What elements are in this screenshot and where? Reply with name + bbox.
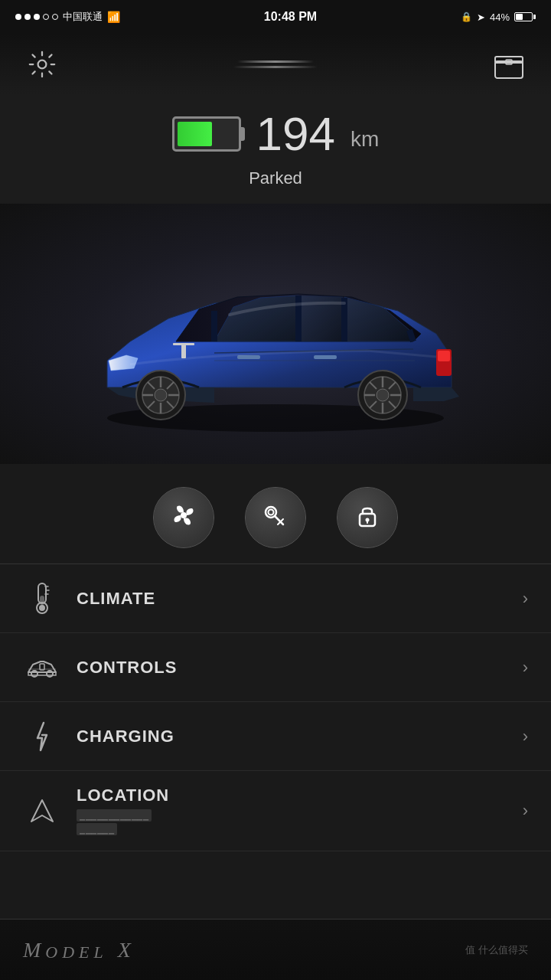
svg-point-31: [377, 389, 389, 401]
model-name: MODEL X: [23, 938, 135, 962]
status-time: 10:48 PM: [264, 10, 317, 24]
lock-button[interactable]: [337, 487, 398, 548]
dot4: [43, 14, 49, 20]
keys-icon: [262, 501, 289, 534]
status-left: 中国联通 📶: [15, 10, 120, 24]
battery-pct-text: 44%: [490, 11, 510, 23]
location-item-content: LOCATION ⎯⎯⎯⎯⎯⎯⎯⎯⎯⎯⎯⎯ ⎯⎯⎯⎯⎯⎯: [77, 786, 515, 836]
dot3: [34, 14, 40, 20]
charging-item-content: CHARGING: [77, 727, 515, 746]
settings-button[interactable]: [23, 45, 61, 83]
controls-item-content: CONTROLS: [77, 658, 515, 678]
svg-point-0: [38, 60, 47, 69]
dot5: [52, 14, 58, 20]
battery-fill-large: [178, 122, 213, 146]
gear-icon: [28, 51, 56, 78]
car-name-line: [237, 60, 314, 63]
climate-item-content: CLIMATE: [77, 589, 515, 609]
battery-bar-large: [172, 116, 241, 152]
svg-point-40: [181, 512, 187, 518]
fan-icon: [170, 501, 197, 534]
chest-svg: [492, 49, 526, 80]
svg-marker-60: [31, 800, 53, 822]
signal-dots: [15, 14, 58, 20]
controls-label: CONTROLS: [77, 658, 515, 678]
climate-menu-item[interactable]: CLIMATE ›: [0, 564, 551, 633]
climate-fan-button[interactable]: [153, 487, 214, 548]
controls-icon: [23, 657, 61, 678]
range-unit: km: [350, 127, 379, 158]
dot2: [24, 14, 31, 20]
chest-icon[interactable]: [490, 45, 528, 83]
status-bar: 中国联通 📶 10:48 PM 🔒 ➤ 44%: [0, 0, 551, 34]
climate-label: CLIMATE: [77, 589, 515, 609]
location-icon: [23, 799, 61, 823]
svg-point-42: [269, 509, 274, 514]
action-buttons: [0, 464, 551, 564]
svg-line-45: [278, 521, 281, 524]
svg-rect-11: [181, 343, 186, 358]
charging-chevron: ›: [523, 727, 528, 746]
lock-icon: [354, 501, 381, 534]
range-value: 194: [256, 110, 335, 158]
svg-point-52: [39, 605, 45, 611]
wifi-icon: 📶: [107, 11, 120, 23]
keys-button[interactable]: [245, 487, 306, 548]
svg-line-9: [409, 330, 413, 341]
location-menu-item[interactable]: LOCATION ⎯⎯⎯⎯⎯⎯⎯⎯⎯⎯⎯⎯ ⎯⎯⎯⎯⎯⎯ ›: [0, 771, 551, 851]
car-silhouette: [233, 66, 318, 68]
charging-menu-item[interactable]: CHARGING ›: [0, 702, 551, 771]
location-chevron: ›: [523, 801, 528, 821]
battery-body: [514, 12, 533, 21]
car-image: [61, 234, 490, 433]
charging-icon: [23, 721, 61, 752]
battery-status-icon: [514, 12, 536, 21]
watermark-text: 值 什么值得买: [465, 943, 528, 957]
climate-icon: [23, 582, 61, 616]
battery-section: 194 km: [0, 95, 551, 165]
carrier-text: 中国联通: [63, 10, 103, 24]
header: [0, 34, 551, 95]
location-sublabel: ⎯⎯⎯⎯⎯⎯⎯⎯⎯⎯⎯⎯ ⎯⎯⎯⎯⎯⎯: [77, 808, 515, 836]
svg-point-20: [155, 389, 167, 401]
controls-chevron: ›: [523, 658, 528, 678]
svg-rect-17: [438, 351, 450, 361]
charging-label: CHARGING: [77, 727, 515, 746]
menu-list: CLIMATE › CONTROLS › CHARGING: [0, 564, 551, 851]
location-arrow-icon: ➤: [477, 11, 485, 23]
svg-rect-13: [314, 355, 337, 359]
status-right: 🔒 ➤ 44%: [461, 11, 536, 23]
car-name-area: [233, 60, 318, 68]
location-lock-icon: 🔒: [461, 11, 472, 22]
battery-fill: [516, 14, 523, 20]
battery-tip: [533, 15, 536, 19]
bottom-bar: MODEL X 值 什么值得买: [0, 919, 551, 980]
dot1: [15, 14, 21, 20]
location-label: LOCATION: [77, 786, 515, 805]
vehicle-status-area: Parked: [0, 165, 551, 204]
parked-label: Parked: [249, 168, 302, 188]
climate-chevron: ›: [523, 589, 528, 609]
car-image-area: [0, 204, 551, 464]
controls-menu-item[interactable]: CONTROLS ›: [0, 633, 551, 702]
